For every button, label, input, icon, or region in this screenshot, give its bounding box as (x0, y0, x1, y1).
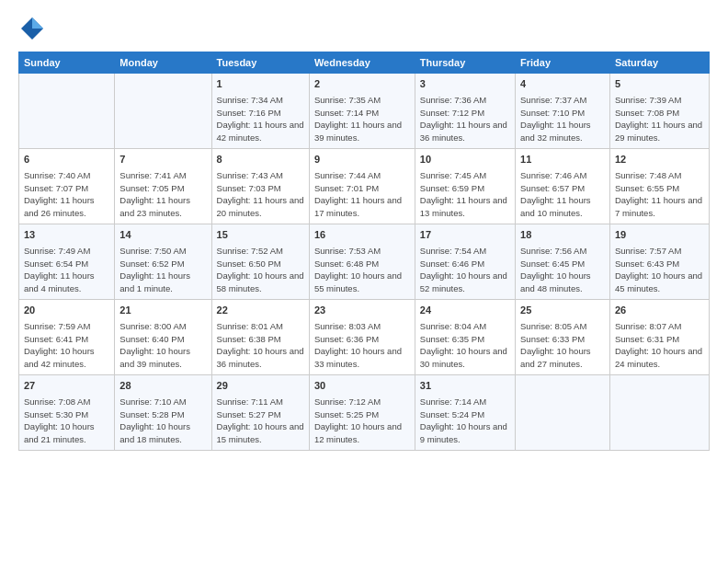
day-info: Sunrise: 7:12 AM Sunset: 5:25 PM Dayligh… (314, 396, 410, 446)
day-number: 21 (119, 304, 206, 318)
day-number: 1 (217, 77, 304, 92)
day-number: 30 (314, 379, 410, 394)
day-info: Sunrise: 7:36 AM Sunset: 7:12 PM Dayligh… (420, 94, 510, 144)
calendar-cell: 9Sunrise: 7:44 AM Sunset: 7:01 PM Daylig… (309, 149, 415, 224)
day-number: 8 (217, 153, 304, 167)
col-monday: Monday (115, 52, 211, 74)
day-number: 4 (520, 77, 605, 92)
day-number: 17 (420, 228, 510, 243)
calendar-week-row: 6Sunrise: 7:40 AM Sunset: 7:07 PM Daylig… (19, 149, 710, 224)
svg-marker-1 (32, 17, 43, 29)
calendar-cell: 18Sunrise: 7:56 AM Sunset: 6:45 PM Dayli… (516, 224, 610, 300)
calendar-cell: 27Sunrise: 7:08 AM Sunset: 5:30 PM Dayli… (19, 375, 115, 451)
calendar-cell: 8Sunrise: 7:43 AM Sunset: 7:03 PM Daylig… (211, 149, 309, 224)
day-number: 28 (119, 379, 206, 394)
col-tuesday: Tuesday (211, 52, 309, 74)
day-info: Sunrise: 8:03 AM Sunset: 6:36 PM Dayligh… (314, 320, 410, 371)
day-info: Sunrise: 7:54 AM Sunset: 6:46 PM Dayligh… (420, 245, 510, 295)
logo-icon (18, 15, 46, 42)
day-number: 11 (520, 153, 605, 167)
day-info: Sunrise: 7:43 AM Sunset: 7:03 PM Dayligh… (217, 169, 304, 220)
day-info: Sunrise: 7:35 AM Sunset: 7:14 PM Dayligh… (314, 94, 410, 144)
calendar-cell: 22Sunrise: 8:01 AM Sunset: 6:38 PM Dayli… (211, 300, 309, 375)
day-info: Sunrise: 8:04 AM Sunset: 6:35 PM Dayligh… (420, 320, 510, 371)
day-info: Sunrise: 7:44 AM Sunset: 7:01 PM Dayligh… (314, 169, 410, 220)
header-row: Sunday Monday Tuesday Wednesday Thursday… (19, 52, 710, 74)
day-number: 18 (520, 228, 605, 243)
day-number: 12 (615, 153, 704, 167)
calendar-cell: 2Sunrise: 7:35 AM Sunset: 7:14 PM Daylig… (309, 74, 415, 149)
day-info: Sunrise: 7:52 AM Sunset: 6:50 PM Dayligh… (217, 245, 304, 295)
day-number: 23 (314, 304, 410, 318)
day-info: Sunrise: 8:05 AM Sunset: 6:33 PM Dayligh… (520, 320, 605, 371)
day-info: Sunrise: 7:11 AM Sunset: 5:27 PM Dayligh… (217, 396, 304, 446)
logo (18, 15, 50, 42)
day-info: Sunrise: 7:45 AM Sunset: 6:59 PM Dayligh… (420, 169, 510, 220)
day-number: 16 (314, 228, 410, 243)
calendar-cell: 15Sunrise: 7:52 AM Sunset: 6:50 PM Dayli… (211, 224, 309, 300)
day-number: 25 (520, 304, 605, 318)
day-info: Sunrise: 8:00 AM Sunset: 6:40 PM Dayligh… (119, 320, 206, 371)
day-info: Sunrise: 7:34 AM Sunset: 7:16 PM Dayligh… (217, 94, 304, 144)
calendar-cell (115, 74, 211, 149)
day-info: Sunrise: 8:07 AM Sunset: 6:31 PM Dayligh… (615, 320, 704, 371)
header (18, 15, 710, 42)
calendar-cell (19, 74, 115, 149)
day-number: 10 (420, 153, 510, 167)
calendar-cell: 13Sunrise: 7:49 AM Sunset: 6:54 PM Dayli… (19, 224, 115, 300)
calendar-cell: 6Sunrise: 7:40 AM Sunset: 7:07 PM Daylig… (19, 149, 115, 224)
calendar-cell: 14Sunrise: 7:50 AM Sunset: 6:52 PM Dayli… (115, 224, 211, 300)
calendar-cell: 30Sunrise: 7:12 AM Sunset: 5:25 PM Dayli… (309, 375, 415, 451)
day-info: Sunrise: 7:50 AM Sunset: 6:52 PM Dayligh… (119, 245, 206, 295)
day-info: Sunrise: 7:39 AM Sunset: 7:08 PM Dayligh… (615, 94, 704, 144)
day-info: Sunrise: 7:46 AM Sunset: 6:57 PM Dayligh… (520, 169, 605, 220)
calendar-week-row: 20Sunrise: 7:59 AM Sunset: 6:41 PM Dayli… (19, 300, 710, 375)
calendar-header: Sunday Monday Tuesday Wednesday Thursday… (19, 52, 710, 74)
calendar-cell: 29Sunrise: 7:11 AM Sunset: 5:27 PM Dayli… (211, 375, 309, 451)
day-number: 14 (119, 228, 206, 243)
page: Sunday Monday Tuesday Wednesday Thursday… (0, 0, 728, 462)
calendar-cell: 23Sunrise: 8:03 AM Sunset: 6:36 PM Dayli… (309, 300, 415, 375)
calendar-table: Sunday Monday Tuesday Wednesday Thursday… (18, 52, 710, 451)
col-saturday: Saturday (609, 52, 709, 74)
col-thursday: Thursday (415, 52, 515, 74)
calendar-cell: 11Sunrise: 7:46 AM Sunset: 6:57 PM Dayli… (516, 149, 610, 224)
day-info: Sunrise: 7:40 AM Sunset: 7:07 PM Dayligh… (24, 169, 109, 220)
calendar-cell (609, 375, 709, 451)
day-info: Sunrise: 7:56 AM Sunset: 6:45 PM Dayligh… (520, 245, 605, 295)
day-info: Sunrise: 7:59 AM Sunset: 6:41 PM Dayligh… (24, 320, 109, 371)
calendar-cell: 10Sunrise: 7:45 AM Sunset: 6:59 PM Dayli… (415, 149, 515, 224)
calendar-cell: 17Sunrise: 7:54 AM Sunset: 6:46 PM Dayli… (415, 224, 515, 300)
day-number: 3 (420, 77, 510, 92)
calendar-cell: 25Sunrise: 8:05 AM Sunset: 6:33 PM Dayli… (516, 300, 610, 375)
day-info: Sunrise: 7:49 AM Sunset: 6:54 PM Dayligh… (24, 245, 109, 295)
day-number: 13 (24, 228, 109, 243)
calendar-cell: 12Sunrise: 7:48 AM Sunset: 6:55 PM Dayli… (609, 149, 709, 224)
day-info: Sunrise: 7:37 AM Sunset: 7:10 PM Dayligh… (520, 94, 605, 144)
day-number: 6 (24, 153, 109, 167)
calendar-cell: 16Sunrise: 7:53 AM Sunset: 6:48 PM Dayli… (309, 224, 415, 300)
day-info: Sunrise: 7:57 AM Sunset: 6:43 PM Dayligh… (615, 245, 704, 295)
day-number: 22 (217, 304, 304, 318)
col-friday: Friday (516, 52, 610, 74)
day-number: 26 (615, 304, 704, 318)
calendar-cell: 24Sunrise: 8:04 AM Sunset: 6:35 PM Dayli… (415, 300, 515, 375)
calendar-cell: 5Sunrise: 7:39 AM Sunset: 7:08 PM Daylig… (609, 74, 709, 149)
day-number: 2 (314, 77, 410, 92)
calendar-week-row: 13Sunrise: 7:49 AM Sunset: 6:54 PM Dayli… (19, 224, 710, 300)
day-info: Sunrise: 7:10 AM Sunset: 5:28 PM Dayligh… (119, 396, 206, 446)
day-number: 9 (314, 153, 410, 167)
calendar-cell: 20Sunrise: 7:59 AM Sunset: 6:41 PM Dayli… (19, 300, 115, 375)
day-number: 20 (24, 304, 109, 318)
day-number: 24 (420, 304, 510, 318)
col-sunday: Sunday (19, 52, 115, 74)
day-info: Sunrise: 8:01 AM Sunset: 6:38 PM Dayligh… (217, 320, 304, 371)
day-info: Sunrise: 7:14 AM Sunset: 5:24 PM Dayligh… (420, 396, 510, 446)
calendar-cell: 19Sunrise: 7:57 AM Sunset: 6:43 PM Dayli… (609, 224, 709, 300)
day-number: 7 (119, 153, 206, 167)
day-info: Sunrise: 7:41 AM Sunset: 7:05 PM Dayligh… (119, 169, 206, 220)
calendar-cell: 1Sunrise: 7:34 AM Sunset: 7:16 PM Daylig… (211, 74, 309, 149)
calendar-week-row: 27Sunrise: 7:08 AM Sunset: 5:30 PM Dayli… (19, 375, 710, 451)
calendar-cell: 4Sunrise: 7:37 AM Sunset: 7:10 PM Daylig… (516, 74, 610, 149)
day-info: Sunrise: 7:48 AM Sunset: 6:55 PM Dayligh… (615, 169, 704, 220)
